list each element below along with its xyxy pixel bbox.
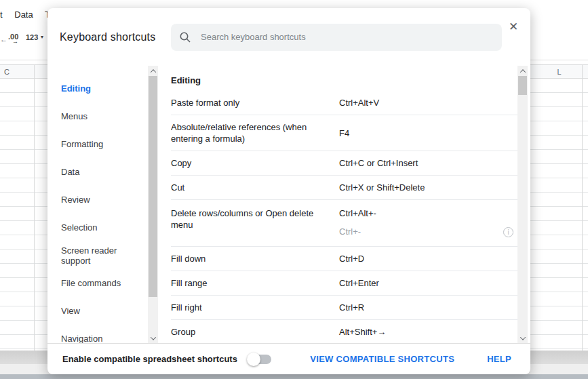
- sidebar-item[interactable]: View: [47, 297, 148, 325]
- shortcut-row: Group Alt+Shift+→: [171, 320, 517, 343]
- shortcut-keys: Ctrl+R: [339, 302, 364, 313]
- shortcut-key-primary: Ctrl+C or Ctrl+Insert: [339, 157, 418, 169]
- column-border-left: [34, 64, 35, 351]
- sidebar-item-label: Navigation: [61, 334, 102, 344]
- shortcut-row: Absolute/relative references (when enter…: [171, 115, 517, 151]
- category-sidebar: Editing Menus Formatting Data Review Sel…: [47, 66, 148, 343]
- shortcut-row: Paste format only Ctrl+Alt+V: [171, 91, 517, 115]
- shortcut-key-primary: F4: [339, 127, 349, 139]
- scroll-up-icon[interactable]: [517, 66, 528, 76]
- sidebar-list: Editing Menus Formatting Data Review Sel…: [47, 66, 148, 353]
- sidebar-item-label: File commands: [61, 278, 121, 288]
- dialog-body: Editing Menus Formatting Data Review Sel…: [47, 66, 530, 343]
- shortcut-rows: Paste format only Ctrl+Alt+V Absolute/re…: [171, 91, 517, 343]
- column-border-right: [582, 64, 583, 351]
- shortcut-keys: Ctrl+X or Shift+Delete: [339, 182, 425, 193]
- compatible-shortcuts-label: Enable compatible spreadsheet shortcuts: [62, 354, 237, 364]
- shortcut-row: Copy Ctrl+C or Ctrl+Insert: [171, 151, 517, 176]
- column-header-c[interactable]: C: [0, 64, 47, 79]
- grid-cells-left[interactable]: [0, 79, 47, 351]
- sidebar-item-label: Screen reader support: [61, 245, 148, 266]
- sidebar-item-label: Selection: [61, 222, 97, 233]
- sidebar-scrollbar[interactable]: [148, 66, 158, 343]
- shortcut-name: Absolute/relative references (when enter…: [171, 121, 339, 144]
- content-scroll-thumb[interactable]: [518, 76, 527, 95]
- shortcut-name: Fill range: [171, 277, 339, 289]
- keyboard-shortcuts-dialog: Keyboard shortcuts ✕ Editing Menus Forma…: [47, 8, 530, 374]
- shortcut-keys: Ctrl+Alt+V: [339, 97, 379, 108]
- sidebar-item[interactable]: File commands: [47, 269, 148, 297]
- menu-item-data[interactable]: Data: [14, 9, 33, 20]
- sidebar-item-label: Data: [61, 167, 79, 177]
- window-bottom-edge: [0, 374, 588, 379]
- dialog-title: Keyboard shortcuts: [60, 31, 171, 43]
- shortcut-name: Group: [171, 326, 339, 338]
- shortcut-key-secondary: Ctrl+-: [339, 226, 376, 237]
- toolbar-arrow-fragment-icon: ←: [0, 35, 7, 43]
- shortcut-keys: Ctrl+D: [339, 253, 364, 264]
- number-format-icon[interactable]: 123: [26, 33, 38, 41]
- shortcut-key-primary: Ctrl+D: [339, 253, 364, 264]
- search-input[interactable]: [201, 32, 494, 42]
- shortcut-row: Fill down Ctrl+D: [171, 247, 517, 271]
- sidebar-item-label: Review: [61, 195, 90, 205]
- close-icon[interactable]: ✕: [507, 21, 520, 33]
- footer-links: VIEW COMPATIBLE SHORTCUTS HELP: [310, 354, 511, 364]
- shortcut-content-wrap: Editing Paste format only Ctrl+Alt+V Abs…: [158, 66, 530, 343]
- compatible-shortcuts-toggle[interactable]: [247, 353, 271, 366]
- dialog-footer: Enable compatible spreadsheet shortcuts …: [47, 343, 530, 374]
- sidebar-item[interactable]: Review: [47, 186, 148, 214]
- scroll-up-icon[interactable]: [148, 66, 158, 76]
- decimal-arrow-icon: →: [12, 38, 18, 45]
- dialog-header: Keyboard shortcuts ✕: [47, 8, 530, 66]
- scroll-down-icon[interactable]: [148, 333, 158, 343]
- scroll-down-icon[interactable]: [517, 333, 528, 343]
- shortcut-key-primary: Ctrl+R: [339, 302, 364, 313]
- sidebar-item[interactable]: Formatting: [47, 130, 148, 158]
- shortcut-key-primary: Ctrl+Alt+-: [339, 207, 376, 219]
- column-header-l[interactable]: L: [530, 64, 588, 79]
- search-box[interactable]: [171, 24, 502, 51]
- shortcut-keys: F4: [339, 127, 349, 139]
- grid-cells-right[interactable]: [530, 79, 588, 351]
- section-title: Editing: [171, 66, 517, 91]
- sidebar-item-label: Formatting: [61, 139, 103, 149]
- content-scrollbar[interactable]: [517, 66, 528, 343]
- shortcut-row: Delete rows/columns or Open delete menu …: [171, 200, 517, 247]
- search-icon: [179, 31, 191, 43]
- shortcut-name: Fill right: [171, 302, 339, 313]
- help-link[interactable]: HELP: [487, 354, 511, 364]
- shortcut-row: Fill range Ctrl+Enter: [171, 271, 517, 296]
- sidebar-item[interactable]: Screen reader support: [47, 241, 148, 269]
- info-icon[interactable]: i: [503, 227, 513, 237]
- shortcut-keys: Ctrl+Alt+- Ctrl+-: [339, 207, 376, 237]
- shortcut-key-primary: Alt+Shift+→: [339, 326, 386, 338]
- shortcut-name: Delete rows/columns or Open delete menu: [171, 207, 339, 231]
- shortcut-name: Fill down: [171, 253, 339, 264]
- shortcut-list: Editing Paste format only Ctrl+Alt+V Abs…: [171, 66, 517, 343]
- sidebar-item[interactable]: Data: [47, 158, 148, 186]
- shortcut-name: Cut: [171, 182, 339, 193]
- shortcut-keys: Ctrl+Enter: [339, 277, 379, 289]
- number-format-caret-icon: ▾: [41, 34, 43, 40]
- shortcut-keys: Ctrl+C or Ctrl+Insert: [339, 157, 418, 169]
- menu-item-fragment: t: [0, 9, 3, 20]
- sidebar-scroll-thumb[interactable]: [149, 76, 157, 297]
- shortcut-row: Cut Ctrl+X or Shift+Delete: [171, 176, 517, 200]
- content-right-margin: [528, 66, 530, 343]
- shortcut-key-primary: Ctrl+Alt+V: [339, 97, 379, 108]
- toggle-knob: [247, 353, 260, 366]
- shortcut-key-primary: Ctrl+Enter: [339, 277, 379, 289]
- sidebar-item[interactable]: Editing: [47, 75, 148, 102]
- view-compatible-shortcuts-link[interactable]: VIEW COMPATIBLE SHORTCUTS: [310, 354, 454, 364]
- sidebar-item-label: Menus: [61, 111, 87, 121]
- shortcut-row: Fill right Ctrl+R: [171, 296, 517, 320]
- sidebar-item-label: Editing: [61, 83, 91, 94]
- shortcut-key-primary: Ctrl+X or Shift+Delete: [339, 182, 425, 193]
- sidebar-item-label: View: [61, 306, 80, 316]
- sidebar-item[interactable]: Selection: [47, 214, 148, 241]
- shortcut-keys: Alt+Shift+→: [339, 326, 386, 338]
- shortcut-name: Paste format only: [171, 97, 339, 108]
- shortcut-name: Copy: [171, 157, 339, 169]
- sidebar-item[interactable]: Menus: [47, 102, 148, 130]
